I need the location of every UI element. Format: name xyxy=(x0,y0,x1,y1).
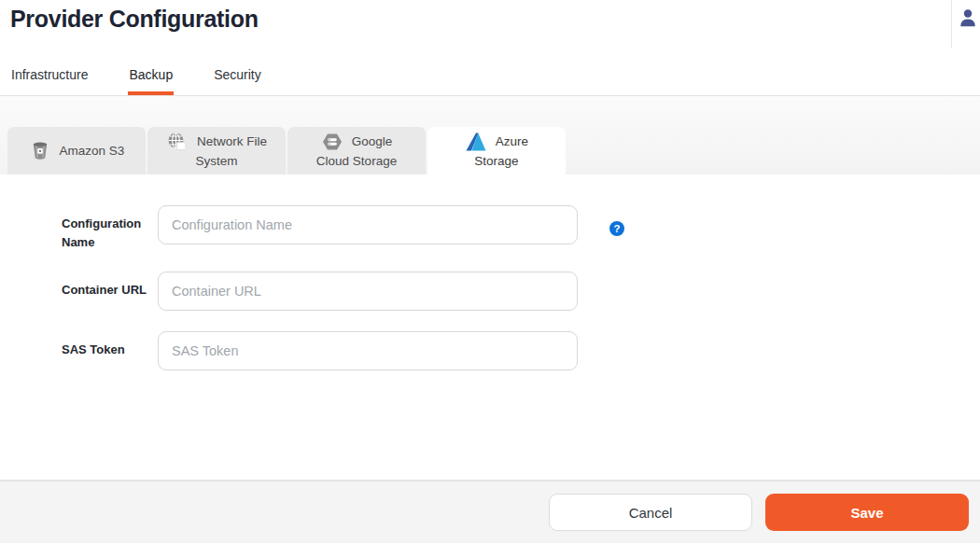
provider-tab-label-line2: Storage xyxy=(474,153,518,170)
provider-tab-amazon-s3[interactable]: Amazon S3 xyxy=(7,127,146,174)
provider-tabs: Amazon S3 Network File System xyxy=(7,127,566,174)
provider-tab-label: Network File xyxy=(197,131,267,153)
provider-tab-label-line2: Cloud Storage xyxy=(316,153,397,170)
provider-tab-azure-storage[interactable]: Azure Storage xyxy=(427,127,566,174)
header-divider xyxy=(951,0,952,49)
provider-tab-network-file-system[interactable]: Network File System xyxy=(147,127,286,174)
provider-tab-label: Amazon S3 xyxy=(60,140,125,162)
configuration-name-label: Configuration Name xyxy=(62,205,147,251)
main-nav: Infrastructure Backup Security xyxy=(10,56,262,95)
nav-tab-security[interactable]: Security xyxy=(213,56,262,95)
container-url-input[interactable] xyxy=(158,272,578,311)
provider-tab-label: Azure xyxy=(496,131,528,153)
provider-tab-google-cloud-storage[interactable]: Google Cloud Storage xyxy=(287,127,426,174)
save-button[interactable]: Save xyxy=(765,494,969,531)
action-footer: Cancel Save xyxy=(0,481,980,543)
user-icon[interactable] xyxy=(958,7,978,28)
nav-tab-backup[interactable]: Backup xyxy=(128,56,174,95)
container-url-label: Container URL xyxy=(62,272,147,311)
cancel-button[interactable]: Cancel xyxy=(549,494,752,531)
nav-tab-infrastructure[interactable]: Infrastructure xyxy=(10,56,89,95)
provider-tab-band: Amazon S3 Network File System xyxy=(0,96,980,174)
page-title: Provider Configuration xyxy=(10,6,259,33)
provider-tab-label-line2: System xyxy=(195,153,237,170)
google-cloud-storage-icon xyxy=(321,131,343,153)
sas-token-input[interactable] xyxy=(158,331,578,370)
azure-storage-icon xyxy=(465,131,487,153)
amazon-s3-icon xyxy=(29,140,51,162)
help-icon[interactable]: ? xyxy=(609,221,624,236)
network-file-system-icon xyxy=(166,131,189,153)
form-row-sas-token: SAS Token xyxy=(62,331,980,370)
form-row-container-url: Container URL xyxy=(62,272,980,311)
azure-storage-form-panel: Configuration Name ? Container URL SAS T… xyxy=(0,174,980,481)
sas-token-label: SAS Token xyxy=(62,331,147,370)
provider-tab-label: Google xyxy=(352,131,393,153)
form-row-configuration-name: Configuration Name ? xyxy=(62,205,980,251)
app-header: Provider Configuration Infrastructure Ba… xyxy=(0,0,980,96)
configuration-name-input[interactable] xyxy=(158,205,578,244)
